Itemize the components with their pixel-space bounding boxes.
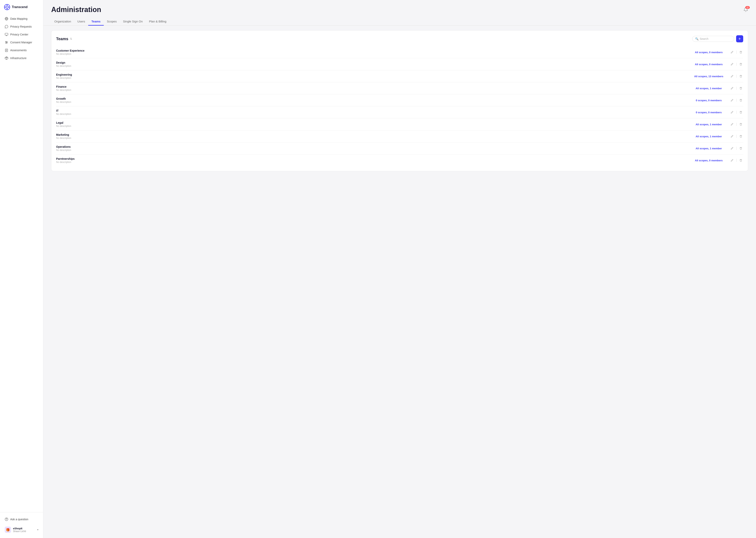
delete-team-button[interactable] xyxy=(738,74,743,79)
tab-billing[interactable]: Plan & Billing xyxy=(146,18,169,26)
delete-team-button[interactable] xyxy=(738,158,743,163)
edit-team-button[interactable] xyxy=(730,110,734,115)
team-scopes-link[interactable]: 0 scopes, 0 members xyxy=(691,99,727,102)
team-row: IT No description 0 scopes, 0 members xyxy=(56,106,743,118)
team-name: Finance xyxy=(56,85,691,88)
team-info: Legal No description xyxy=(56,121,691,128)
team-description: No description xyxy=(56,161,691,164)
svg-point-1 xyxy=(6,6,8,8)
team-name: IT xyxy=(56,109,691,112)
edit-team-button[interactable] xyxy=(730,134,734,139)
team-row: Legal No description All scopes, 1 membe… xyxy=(56,118,743,131)
team-info: Finance No description xyxy=(56,85,691,91)
teams-list: Customer Experience No description All s… xyxy=(56,46,743,166)
message-circle-icon xyxy=(5,25,8,28)
team-actions xyxy=(730,50,743,55)
team-scopes-link[interactable]: All scopes, 0 members xyxy=(691,51,727,54)
trash-icon xyxy=(739,159,742,162)
sidebar-item-privacy-center[interactable]: Privacy Center xyxy=(2,31,41,38)
sidebar-item-privacy-requests[interactable]: Privacy Requests xyxy=(2,23,41,30)
delete-team-button[interactable] xyxy=(738,86,743,91)
team-scopes-link[interactable]: All scopes, 1 member xyxy=(691,147,727,150)
team-actions xyxy=(730,110,743,115)
team-description: No description xyxy=(56,101,691,103)
edit-team-button[interactable] xyxy=(730,62,734,67)
team-name: Parntnerships xyxy=(56,157,691,160)
delete-team-button[interactable] xyxy=(738,50,743,55)
edit-team-button[interactable] xyxy=(730,86,734,91)
sidebar-item-data-mapping[interactable]: Data Mapping xyxy=(2,15,41,23)
delete-team-button[interactable] xyxy=(738,146,743,151)
team-info: Customer Experience No description xyxy=(56,49,691,55)
add-team-button[interactable]: + xyxy=(736,35,743,42)
edit-icon xyxy=(731,75,733,78)
team-description: No description xyxy=(56,125,691,128)
edit-team-button[interactable] xyxy=(730,50,734,55)
trash-icon xyxy=(739,99,742,102)
sidebar-item-assessments[interactable]: Assessments xyxy=(2,46,41,54)
teams-header: Teams ⇅ 🔍 + xyxy=(56,35,743,42)
team-row: Growth No description 0 scopes, 0 member… xyxy=(56,94,743,106)
team-info: Marketing No description xyxy=(56,133,691,139)
tab-teams[interactable]: Teams xyxy=(88,18,104,26)
edit-icon xyxy=(731,63,733,66)
edit-team-button[interactable] xyxy=(730,158,734,163)
svg-point-15 xyxy=(6,41,6,42)
edit-team-button[interactable] xyxy=(730,146,734,151)
tabs: Organization Users Teams Scopes Single S… xyxy=(43,14,756,26)
team-scopes-link[interactable]: All scopes, 1 member xyxy=(691,135,727,138)
delete-team-button[interactable] xyxy=(738,122,743,127)
svg-rect-9 xyxy=(5,33,8,35)
edit-team-button[interactable] xyxy=(730,122,734,127)
edit-team-button[interactable] xyxy=(730,74,734,79)
tab-sso[interactable]: Single Sign On xyxy=(120,18,146,26)
tab-scopes[interactable]: Scopes xyxy=(104,18,120,26)
tab-organization[interactable]: Organization xyxy=(51,18,74,26)
user-profile[interactable]: 🎁 eShopIt Shaun Lichti ▾ xyxy=(2,525,41,535)
monitor-icon xyxy=(5,33,8,36)
delete-team-button[interactable] xyxy=(738,98,743,103)
delete-team-button[interactable] xyxy=(738,62,743,67)
team-scopes-link[interactable]: 0 scopes, 0 members xyxy=(691,111,727,114)
trash-icon xyxy=(739,111,742,114)
notification-badge: 22 xyxy=(745,6,750,9)
team-description: No description xyxy=(56,77,691,80)
trash-icon xyxy=(739,123,742,126)
box-icon xyxy=(5,56,8,60)
sidebar-item-label: Data Mapping xyxy=(10,17,27,20)
team-row: Finance No description All scopes, 1 mem… xyxy=(56,82,743,94)
delete-team-button[interactable] xyxy=(738,110,743,115)
team-scopes-link[interactable]: All scopes, 1 member xyxy=(691,123,727,126)
trash-icon xyxy=(739,87,742,90)
sidebar-item-consent-manager[interactable]: Consent Manager xyxy=(2,39,41,46)
main-header: Administration 22 xyxy=(43,0,756,14)
team-name: Marketing xyxy=(56,133,691,136)
team-row: Customer Experience No description All s… xyxy=(56,46,743,58)
team-scopes-link[interactable]: All scopes, 1 member xyxy=(691,87,727,90)
team-scopes-link[interactable]: All scopes, 0 members xyxy=(691,63,727,66)
trash-icon xyxy=(739,63,742,66)
sidebar-item-label: Consent Manager xyxy=(10,41,32,44)
team-row: Marketing No description All scopes, 1 m… xyxy=(56,131,743,142)
edit-team-button[interactable] xyxy=(730,98,734,103)
team-actions xyxy=(730,146,743,151)
sidebar-item-infrastructure[interactable]: Infrastructure xyxy=(2,54,41,62)
search-input[interactable] xyxy=(700,37,731,40)
sort-icon[interactable]: ⇅ xyxy=(70,37,72,40)
clipboard-icon xyxy=(5,48,8,52)
team-info: IT No description xyxy=(56,109,691,115)
team-scopes-link[interactable]: All scopes, 13 members xyxy=(691,75,727,78)
delete-team-button[interactable] xyxy=(738,134,743,139)
team-actions xyxy=(730,62,743,67)
ask-question-button[interactable]: Ask a question xyxy=(2,515,41,523)
tab-users[interactable]: Users xyxy=(74,18,88,26)
team-description: No description xyxy=(56,149,691,151)
logo[interactable]: Transcend xyxy=(0,0,43,15)
team-name: Design xyxy=(56,61,691,64)
user-subtitle: Shaun Lichti xyxy=(13,530,35,533)
trash-icon xyxy=(739,75,742,78)
team-scopes-link[interactable]: All scopes, 0 members xyxy=(691,159,727,162)
svg-point-16 xyxy=(7,42,7,43)
teams-title-row: Teams ⇅ xyxy=(56,37,72,41)
notifications-button[interactable]: 22 xyxy=(743,7,748,12)
